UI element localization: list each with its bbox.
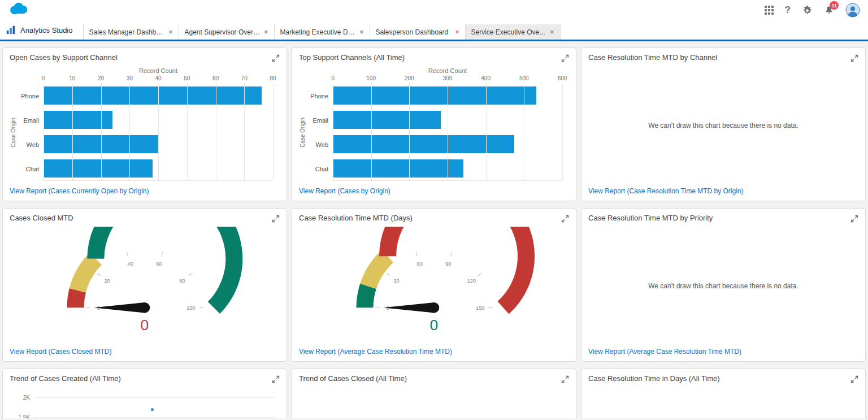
gridline bbox=[34, 417, 275, 418]
gauge-hub bbox=[429, 302, 439, 313]
bar-chat[interactable] bbox=[333, 159, 463, 177]
gridline bbox=[34, 397, 275, 398]
card-open-cases-by-support-channel: Open Cases by Support Channel Case Origi… bbox=[2, 47, 287, 201]
expand-icon bbox=[272, 54, 280, 62]
x-tick-label: 30 bbox=[127, 75, 133, 81]
notifications-button[interactable]: 11 bbox=[824, 5, 834, 16]
plot-area bbox=[44, 84, 273, 181]
x-axis-ticks: 01020304050607080 bbox=[44, 75, 273, 84]
gridline bbox=[216, 84, 216, 180]
gauge-segment bbox=[96, 227, 234, 308]
category-label: Chat bbox=[307, 157, 333, 181]
expand-button[interactable] bbox=[271, 53, 281, 65]
gauge-value: 0 bbox=[430, 317, 439, 334]
dashboard-grid: Open Cases by Support Channel Case Origi… bbox=[0, 41, 868, 418]
tab-sales-manager-dashboard[interactable]: Sales Manager Dashboard × bbox=[83, 24, 179, 40]
gauge-tick bbox=[416, 252, 417, 256]
expand-button[interactable] bbox=[560, 374, 570, 386]
gridline bbox=[101, 84, 102, 180]
gauge-tick-label: 20 bbox=[104, 278, 110, 284]
gauge-tick-label: 90 bbox=[445, 261, 451, 267]
category-label: Web bbox=[18, 132, 44, 157]
card-title: Top Support Channels (All Time) bbox=[299, 53, 405, 62]
settings-button[interactable] bbox=[802, 5, 813, 16]
tab-close-icon[interactable]: × bbox=[455, 28, 459, 36]
gridline bbox=[562, 84, 563, 180]
tab-service-executive-overview[interactable]: Service Executive Overview × bbox=[465, 24, 561, 40]
gauge-tick bbox=[97, 273, 101, 276]
category-label: Phone bbox=[307, 84, 333, 108]
gauge-tick bbox=[387, 273, 390, 276]
tab-close-icon[interactable]: × bbox=[168, 28, 173, 36]
gridline bbox=[44, 84, 44, 180]
view-report-link[interactable]: View Report (Cases Closed MTD) bbox=[10, 348, 112, 356]
gauge-tick-label: 120 bbox=[467, 278, 476, 284]
gauge-chart-cases-closed[interactable]: 0204060801000 bbox=[3, 227, 287, 361]
gridline bbox=[273, 84, 274, 180]
avatar bbox=[845, 3, 860, 18]
category-label: Email bbox=[18, 108, 44, 132]
card-case-resolution-time-in-days: Case Resolution Time in Days (All Time) bbox=[581, 369, 866, 418]
view-report-link[interactable]: View Report (Case Resolution Time MTD by… bbox=[588, 187, 744, 195]
card-case-resolution-time-mtd-by-priority: Case Resolution Time MTD by Priority We … bbox=[581, 208, 866, 362]
card-trend-of-cases-closed: Trend of Cases Closed (All Time) bbox=[292, 369, 576, 418]
salesforce-logo[interactable] bbox=[8, 2, 29, 19]
category-label: Web bbox=[307, 132, 333, 157]
card-case-resolution-time-mtd-by-channel: Case Resolution Time MTD by Channel We c… bbox=[581, 47, 866, 201]
x-tick-label: 70 bbox=[241, 75, 248, 81]
user-avatar-button[interactable] bbox=[845, 3, 860, 18]
x-tick-label: 0 bbox=[42, 75, 45, 81]
expand-button[interactable] bbox=[271, 374, 281, 386]
gridline bbox=[409, 84, 410, 180]
tab-marketing-executive-dashboard[interactable]: Marketing Executive Dashb... × bbox=[274, 24, 370, 40]
gridline bbox=[72, 84, 73, 180]
card-title: Cases Closed MTD bbox=[10, 214, 73, 222]
expand-button[interactable] bbox=[849, 374, 860, 386]
tab-agent-supervisor-overview[interactable]: Agent Supervisor Overview × bbox=[179, 24, 274, 40]
gridline bbox=[187, 84, 188, 180]
gauge-segment bbox=[76, 291, 78, 308]
analytics-studio-home[interactable]: Analytics Studio bbox=[0, 20, 83, 40]
gauge-segment bbox=[77, 259, 96, 291]
view-report-link[interactable]: View Report (Cases by Origin) bbox=[299, 187, 390, 195]
y-axis-title: Case Origin bbox=[298, 67, 307, 181]
gridline bbox=[371, 84, 372, 180]
view-report-link[interactable]: View Report (Cases Currently Open by Ori… bbox=[10, 187, 149, 195]
bar-phone[interactable] bbox=[333, 86, 536, 105]
gauge: 0204060801000 bbox=[40, 227, 249, 344]
cloud-icon bbox=[8, 2, 29, 16]
y-tick-label: 1.5K bbox=[10, 414, 30, 419]
help-button[interactable]: ? bbox=[785, 5, 791, 16]
expand-icon bbox=[272, 375, 280, 383]
bar-chat[interactable] bbox=[44, 159, 153, 177]
gauge-chart-resolution-time[interactable]: 03060901201500 bbox=[292, 227, 576, 361]
expand-button[interactable] bbox=[560, 214, 570, 226]
bar-phone[interactable] bbox=[44, 86, 262, 105]
gauge: 03060901201500 bbox=[329, 227, 539, 344]
card-title: Case Resolution Time MTD by Priority bbox=[588, 214, 713, 222]
empty-chart-message: We can't draw this chart because there i… bbox=[581, 226, 865, 361]
view-report-link[interactable]: View Report (Average Case Resolution Tim… bbox=[588, 348, 741, 356]
tab-salesperson-dashboard[interactable]: Salesperson Dashboard × bbox=[370, 24, 465, 40]
data-point[interactable] bbox=[151, 408, 154, 411]
tab-close-icon[interactable]: × bbox=[359, 28, 364, 36]
tab-close-icon[interactable]: × bbox=[550, 28, 554, 36]
bar-web[interactable] bbox=[333, 135, 514, 153]
expand-button[interactable] bbox=[271, 214, 281, 226]
bar-email[interactable] bbox=[44, 111, 112, 129]
y-tick-label: 2K bbox=[10, 395, 30, 401]
bar-chart-open-cases: Case Origin PhoneEmailWebChat Record Cou… bbox=[3, 67, 287, 181]
trend-chart-cases-created[interactable]: 2K1.5K bbox=[3, 392, 287, 418]
app-launcher-button[interactable] bbox=[765, 6, 774, 15]
expand-icon bbox=[850, 54, 858, 62]
category-label: Phone bbox=[18, 84, 44, 108]
help-icon: ? bbox=[785, 5, 791, 16]
tab-bar: Analytics Studio Sales Manager Dashboard… bbox=[0, 20, 868, 41]
view-report-link[interactable]: View Report (Average Case Resolution Tim… bbox=[299, 348, 452, 356]
bar-email[interactable] bbox=[333, 111, 441, 129]
empty-chart-message: We can't draw this chart because there i… bbox=[581, 65, 865, 201]
expand-button[interactable] bbox=[849, 53, 860, 65]
expand-button[interactable] bbox=[849, 214, 860, 226]
expand-button[interactable] bbox=[560, 53, 570, 65]
tab-close-icon[interactable]: × bbox=[264, 28, 268, 36]
